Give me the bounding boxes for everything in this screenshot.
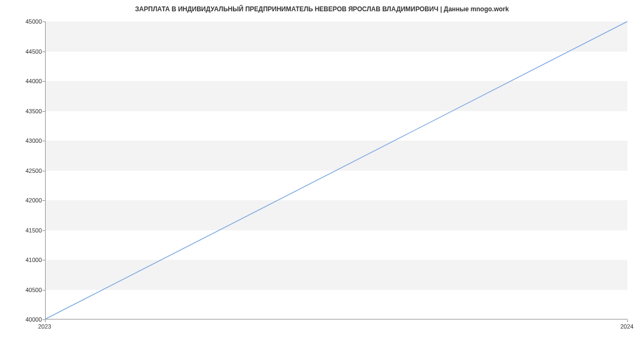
x-tick-mark xyxy=(627,319,628,322)
y-tick-mark xyxy=(42,81,45,82)
y-tick-mark xyxy=(42,21,45,22)
y-tick-label: 42500 xyxy=(10,168,42,174)
y-tick-label: 43000 xyxy=(10,137,42,144)
y-tick-label: 45000 xyxy=(10,18,42,25)
y-tick-mark xyxy=(42,111,45,112)
chart-title: ЗАРПЛАТА В ИНДИВИДУАЛЬНЫЙ ПРЕДПРИНИМАТЕЛ… xyxy=(0,5,644,13)
data-line xyxy=(46,21,627,319)
y-tick-mark xyxy=(42,171,45,171)
y-tick-label: 40500 xyxy=(10,287,42,293)
y-tick-label: 41500 xyxy=(10,227,42,234)
plot-area xyxy=(45,21,627,319)
y-tick-label: 42000 xyxy=(10,197,42,203)
y-tick-mark xyxy=(42,290,45,290)
y-tick-label: 41000 xyxy=(10,257,42,263)
x-tick-mark xyxy=(45,319,46,322)
y-tick-label: 43500 xyxy=(10,108,42,114)
y-tick-label: 44500 xyxy=(10,48,42,55)
line-series xyxy=(46,21,627,319)
x-tick-label: 2024 xyxy=(620,323,633,330)
y-tick-mark xyxy=(42,52,45,52)
y-tick-label: 44000 xyxy=(10,78,42,84)
y-tick-mark xyxy=(42,141,45,141)
x-tick-label: 2023 xyxy=(38,323,51,330)
y-tick-mark xyxy=(42,260,45,260)
y-tick-mark xyxy=(42,230,45,231)
y-tick-mark xyxy=(42,200,45,201)
y-tick-label: 40000 xyxy=(10,316,42,323)
